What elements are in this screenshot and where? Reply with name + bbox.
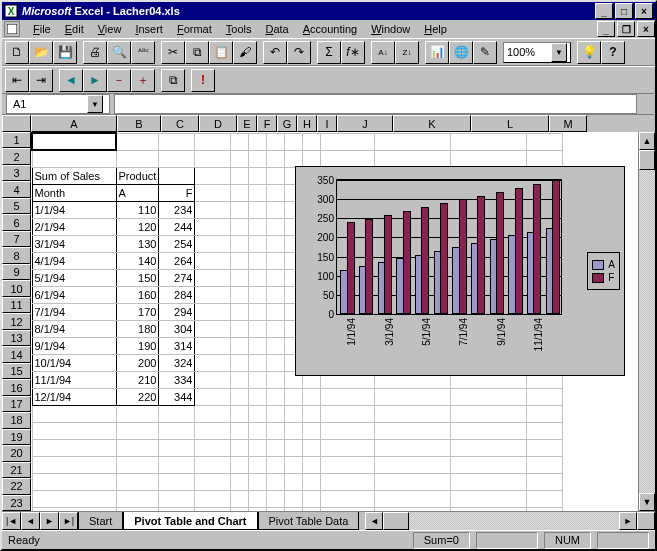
chevron-down-icon[interactable]: ▼ <box>87 95 103 113</box>
cell-K20[interactable] <box>375 456 451 473</box>
new-button[interactable]: 🗋 <box>5 41 29 64</box>
cell-G12[interactable] <box>267 320 285 337</box>
cell-I19[interactable] <box>303 439 321 456</box>
cell-H19[interactable] <box>285 439 303 456</box>
tab-next-button[interactable]: ► <box>40 512 59 530</box>
scroll-track[interactable] <box>383 512 619 530</box>
cell-H22[interactable] <box>285 490 303 507</box>
row-header-3[interactable]: 3 <box>2 165 31 181</box>
cell-C18[interactable] <box>159 422 195 439</box>
col-header-G[interactable]: G <box>277 115 297 132</box>
cell-E21[interactable] <box>231 473 249 490</box>
cell-K21[interactable] <box>375 473 451 490</box>
cell-C16[interactable]: 344 <box>159 388 195 405</box>
cell-G21[interactable] <box>267 473 285 490</box>
cell-J22[interactable] <box>321 490 375 507</box>
pivot-right-end-button[interactable]: ⇥ <box>29 69 53 92</box>
cell-F1[interactable] <box>249 133 267 150</box>
cell-G14[interactable] <box>267 354 285 371</box>
format-painter-button[interactable]: 🖌 <box>233 41 257 64</box>
cell-D11[interactable] <box>195 303 231 320</box>
scroll-left-button[interactable]: ◄ <box>365 512 383 530</box>
cell-M20[interactable] <box>527 456 563 473</box>
cell-A19[interactable] <box>32 439 116 456</box>
cell-E1[interactable] <box>231 133 249 150</box>
scroll-down-button[interactable]: ▼ <box>639 493 655 511</box>
row-header-14[interactable]: 14 <box>2 346 31 362</box>
col-header-L[interactable]: L <box>471 115 549 132</box>
cell-E11[interactable] <box>231 303 249 320</box>
close-button[interactable]: × <box>635 3 653 19</box>
cell-D17[interactable] <box>195 405 231 422</box>
col-header-M[interactable]: M <box>549 115 587 132</box>
cell-J16[interactable] <box>321 388 375 405</box>
scroll-up-button[interactable]: ▲ <box>639 132 655 150</box>
cell-H1[interactable] <box>285 133 303 150</box>
cell-J2[interactable] <box>321 150 375 167</box>
cell-B22[interactable] <box>116 490 159 507</box>
cell-I18[interactable] <box>303 422 321 439</box>
cell-G18[interactable] <box>267 422 285 439</box>
row-header-9[interactable]: 9 <box>2 264 31 280</box>
cell-B9[interactable]: 150 <box>116 269 159 286</box>
scroll-thumb[interactable] <box>383 512 409 530</box>
cell-E6[interactable] <box>231 218 249 235</box>
cell-A23[interactable] <box>32 507 116 511</box>
scroll-thumb[interactable] <box>639 150 655 170</box>
cell-E13[interactable] <box>231 337 249 354</box>
cell-C4[interactable]: F <box>159 184 195 201</box>
cell-H16[interactable] <box>285 388 303 405</box>
cell-D1[interactable] <box>195 133 231 150</box>
cell-B7[interactable]: 130 <box>116 235 159 252</box>
cell-F5[interactable] <box>249 201 267 218</box>
cell-B15[interactable]: 210 <box>116 371 159 388</box>
cell-C7[interactable]: 254 <box>159 235 195 252</box>
col-header-D[interactable]: D <box>199 115 237 132</box>
chevron-down-icon[interactable]: ▼ <box>551 43 567 62</box>
cell-I20[interactable] <box>303 456 321 473</box>
cell-D5[interactable] <box>195 201 231 218</box>
cell-E20[interactable] <box>231 456 249 473</box>
cell-A12[interactable]: 8/1/94 <box>32 320 116 337</box>
cell-A20[interactable] <box>32 456 116 473</box>
cell-H23[interactable] <box>285 507 303 511</box>
cell-J17[interactable] <box>321 405 375 422</box>
cell-A15[interactable]: 11/1/94 <box>32 371 116 388</box>
col-header-A[interactable]: A <box>31 115 117 132</box>
row-header-12[interactable]: 12 <box>2 313 31 329</box>
mdi-close-button[interactable]: × <box>637 21 655 37</box>
cell-G9[interactable] <box>267 269 285 286</box>
cell-G23[interactable] <box>267 507 285 511</box>
cell-F9[interactable] <box>249 269 267 286</box>
copy-button[interactable]: ⧉ <box>185 41 209 64</box>
pivot-collapse-button[interactable]: － <box>107 69 131 92</box>
name-box[interactable]: A1 ▼ <box>6 94 110 114</box>
mdi-restore-button[interactable]: ❐ <box>617 21 635 37</box>
cell-B1[interactable] <box>116 133 159 150</box>
cell-D16[interactable] <box>195 388 231 405</box>
paste-button[interactable]: 📋 <box>209 41 233 64</box>
cell-A18[interactable] <box>32 422 116 439</box>
col-header-F[interactable]: F <box>257 115 277 132</box>
cell-E23[interactable] <box>231 507 249 511</box>
cell-H18[interactable] <box>285 422 303 439</box>
cell-I22[interactable] <box>303 490 321 507</box>
menu-format[interactable]: Format <box>170 22 219 36</box>
cell-F4[interactable] <box>249 184 267 201</box>
menu-tools[interactable]: Tools <box>219 22 259 36</box>
cell-E4[interactable] <box>231 184 249 201</box>
menu-insert[interactable]: Insert <box>128 22 170 36</box>
cell-D7[interactable] <box>195 235 231 252</box>
row-header-7[interactable]: 7 <box>2 231 31 247</box>
cell-F12[interactable] <box>249 320 267 337</box>
chart-wizard-button[interactable]: 📊 <box>425 41 449 64</box>
cell-B11[interactable]: 170 <box>116 303 159 320</box>
sheet-tab-pivot table data[interactable]: Pivot Table Data <box>258 512 360 530</box>
cell-B8[interactable]: 140 <box>116 252 159 269</box>
cell-A14[interactable]: 10/1/94 <box>32 354 116 371</box>
cell-D4[interactable] <box>195 184 231 201</box>
print-preview-button[interactable]: 🔍 <box>107 41 131 64</box>
menu-view[interactable]: View <box>91 22 129 36</box>
cell-C11[interactable]: 294 <box>159 303 195 320</box>
menu-edit[interactable]: Edit <box>58 22 91 36</box>
